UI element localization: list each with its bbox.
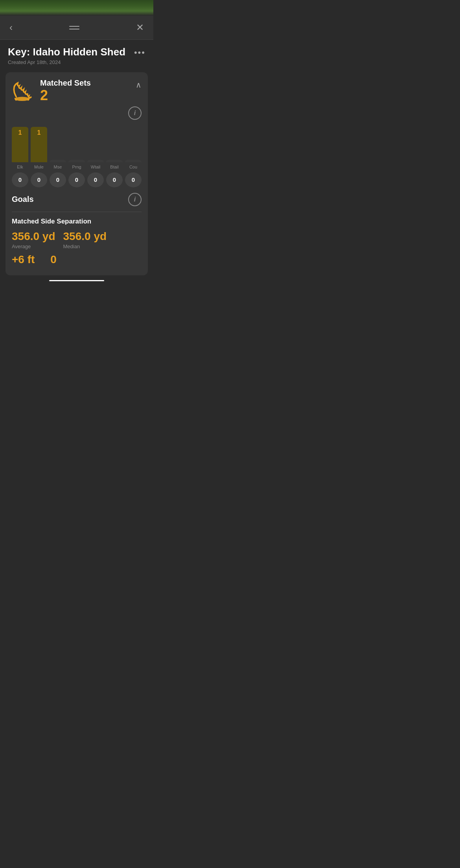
separation-stats-row: 356.0 yd Average 356.0 yd Median (12, 230, 142, 249)
bottom-stats-row: +6 ft 0 (12, 253, 142, 266)
matched-sets-count: 2 (40, 88, 91, 103)
average-value: 356.0 yd (12, 230, 55, 243)
bar-btail-fill (106, 160, 123, 162)
scroll-indicator (49, 280, 104, 281)
label-mse: Mse (50, 165, 66, 169)
more-options-button[interactable]: ••• (134, 48, 145, 58)
map-background (0, 0, 153, 16)
menu-button[interactable] (69, 26, 79, 29)
back-button[interactable]: ‹ (8, 20, 14, 35)
bottom-right-stat: 0 (50, 253, 57, 266)
bubble-prng: 0 (68, 172, 85, 187)
goals-section: Goals i Matched Side Separation 356.0 yd… (12, 193, 142, 266)
svg-point-0 (15, 97, 30, 101)
navigation-bar: ‹ ✕ (0, 16, 153, 40)
bubble-btail: 0 (106, 172, 123, 187)
label-cou: Cou (125, 165, 142, 169)
bar-prng-fill (68, 160, 85, 162)
count-bubbles: 0 0 0 0 0 0 0 (12, 172, 142, 187)
label-elk: Elk (12, 165, 28, 169)
page-header: Key: Idaho Hidden Shed Created Apr 18th,… (0, 40, 153, 68)
bars-container: 1 1 (12, 123, 142, 162)
created-date: Created Apr 18th, 2024 (8, 59, 125, 65)
species-labels: Elk Mule Mse Prng Wtail Btail Cou (12, 165, 142, 169)
median-label: Median (63, 244, 107, 249)
bubble-elk: 0 (12, 172, 28, 187)
bubble-wtail: 0 (87, 172, 104, 187)
bubble-cou: 0 (125, 172, 142, 187)
goals-label: Goals (12, 195, 34, 204)
label-prng: Prng (68, 165, 85, 169)
bar-elk-fill: 1 (12, 127, 28, 162)
bar-cou (125, 160, 142, 162)
goals-info-button[interactable]: i (128, 193, 142, 206)
bar-wtail (87, 160, 104, 162)
average-label: Average (12, 244, 55, 249)
matched-side-separation: Matched Side Separation 356.0 yd Average… (12, 218, 142, 266)
close-button[interactable]: ✕ (134, 20, 145, 35)
bottom-left-value: +6 ft (12, 253, 35, 266)
page-title: Key: Idaho Hidden Shed (8, 46, 125, 58)
average-stat: 356.0 yd Average (12, 230, 55, 249)
matched-sets-section: Matched Sets 2 ∧ (12, 79, 142, 103)
bottom-left-stat: +6 ft (12, 253, 35, 266)
bar-wtail-fill (87, 160, 104, 162)
info-button[interactable]: i (128, 106, 142, 120)
label-btail: Btail (106, 165, 123, 169)
antler-icon (12, 80, 35, 102)
bar-prng (68, 160, 85, 162)
bar-elk: 1 (12, 127, 28, 162)
bar-mule-fill: 1 (31, 127, 47, 162)
bar-mse-fill (50, 160, 66, 162)
label-mule: Mule (31, 165, 47, 169)
label-wtail: Wtail (87, 165, 104, 169)
bar-cou-fill (125, 160, 142, 162)
bar-btail (106, 160, 123, 162)
bar-chart: 1 1 (12, 123, 142, 187)
matched-side-title: Matched Side Separation (12, 218, 142, 225)
bar-mse (50, 160, 66, 162)
median-value: 356.0 yd (63, 230, 107, 243)
collapse-button[interactable]: ∧ (136, 80, 142, 90)
matched-sets-label: Matched Sets (40, 79, 91, 88)
median-stat: 356.0 yd Median (63, 230, 107, 249)
bubble-mule: 0 (31, 172, 47, 187)
bubble-mse: 0 (50, 172, 66, 187)
divider (12, 212, 142, 212)
main-card: Matched Sets 2 ∧ i 1 1 (6, 72, 148, 275)
bottom-right-value: 0 (50, 253, 57, 266)
bar-mule: 1 (31, 127, 47, 162)
